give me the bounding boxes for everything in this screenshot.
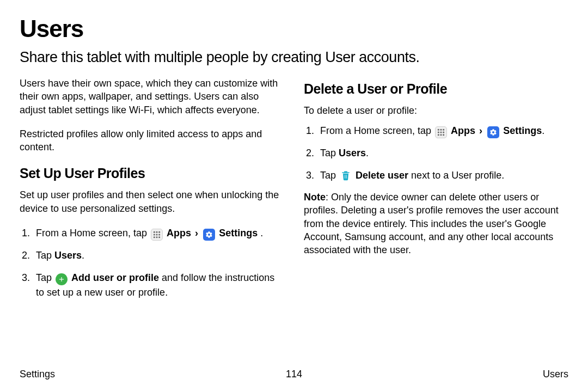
section-heading-delete: Delete a User or Profile <box>304 80 568 99</box>
settings-label: Settings <box>503 125 542 136</box>
svg-point-0 <box>154 231 155 233</box>
step-text: Tap <box>320 148 339 158</box>
delete-step-1: From a Home screen, tap Apps › Settings. <box>304 124 568 138</box>
apps-label: Apps <box>451 125 475 136</box>
delete-note: Note: Only the device owner can delete o… <box>304 191 568 256</box>
svg-point-7 <box>156 236 158 238</box>
step-text-post: . <box>82 250 84 261</box>
settings-icon <box>487 126 499 138</box>
apps-icon <box>435 126 447 138</box>
footer-left: Settings <box>20 369 55 380</box>
delete-intro: To delete a user or profile: <box>304 104 568 117</box>
setup-step-1: From a Home screen, tap Apps › Settings … <box>20 226 284 241</box>
footer-page-number: 114 <box>286 369 302 380</box>
svg-point-5 <box>158 234 160 235</box>
svg-point-11 <box>443 129 444 131</box>
step-text-post: . <box>366 148 369 158</box>
svg-point-2 <box>158 231 160 233</box>
breadcrumb-caret: › <box>479 125 482 136</box>
step-text: From a Home screen, tap <box>320 125 434 136</box>
svg-point-13 <box>440 132 442 133</box>
page-footer: Settings 114 Users <box>20 369 568 380</box>
left-column: Users have their own space, which they c… <box>20 77 284 308</box>
step-text: Tap <box>36 250 54 261</box>
setup-intro: Set up user profiles and then select one… <box>20 188 284 215</box>
setup-step-2: Tap Users. <box>20 248 284 263</box>
svg-point-17 <box>443 134 444 136</box>
section-heading-setup: Set Up User Profiles <box>20 164 284 183</box>
step-text-post: . <box>542 125 544 136</box>
delete-step-3: Tap Delete user next to a User profile. <box>304 168 568 183</box>
intro-paragraph-1: Users have their own space, which they c… <box>20 77 284 117</box>
page-title: Users <box>20 15 568 42</box>
note-body: : Only the device owner can delete other… <box>304 192 559 255</box>
step-text-post: next to a User profile. <box>408 170 504 181</box>
users-label: Users <box>339 148 366 158</box>
svg-point-14 <box>443 132 444 133</box>
svg-point-12 <box>438 132 439 133</box>
svg-point-1 <box>156 231 158 233</box>
setup-step-3: Tap Add user or profile and follow the i… <box>20 271 284 300</box>
svg-point-8 <box>158 236 160 238</box>
add-icon <box>56 273 68 285</box>
manual-page: Users Share this tablet with multiple pe… <box>0 0 588 392</box>
delete-step-2: Tap Users. <box>304 146 568 161</box>
step-text: From a Home screen, tap <box>36 228 150 238</box>
breadcrumb-caret: › <box>195 228 198 238</box>
users-label: Users <box>54 250 82 261</box>
add-user-label: Add user or profile <box>71 272 159 283</box>
delete-user-label: Delete user <box>356 170 408 181</box>
setup-steps: From a Home screen, tap Apps › Settings … <box>20 226 284 300</box>
trash-icon <box>340 169 352 181</box>
delete-steps: From a Home screen, tap Apps › Settings.… <box>304 124 568 183</box>
step-text: Tap <box>320 170 339 181</box>
settings-label: Settings <box>219 228 258 238</box>
right-column: Delete a User or Profile To delete a use… <box>304 77 568 308</box>
svg-point-10 <box>440 129 442 131</box>
step-text-post: . <box>260 228 263 238</box>
svg-point-3 <box>154 234 155 235</box>
note-label: Note <box>304 192 326 203</box>
intro-paragraph-2: Restricted profiles allow only limited a… <box>20 127 284 154</box>
svg-point-6 <box>154 236 155 238</box>
step-text: Tap <box>36 272 54 283</box>
two-column-layout: Users have their own space, which they c… <box>20 77 568 308</box>
svg-point-4 <box>156 234 158 235</box>
svg-point-9 <box>438 129 439 131</box>
page-subtitle: Share this tablet with multiple people b… <box>20 49 568 66</box>
svg-point-16 <box>440 134 442 136</box>
footer-right: Users <box>543 369 568 380</box>
apps-icon <box>151 229 163 241</box>
svg-point-15 <box>438 134 439 136</box>
apps-label: Apps <box>167 228 191 238</box>
settings-icon <box>203 229 215 241</box>
